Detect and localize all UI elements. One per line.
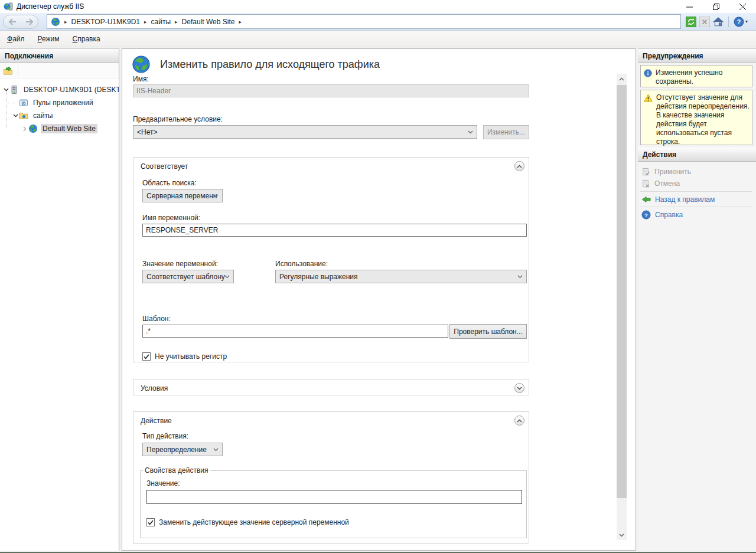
collapse-chevron-icon[interactable] xyxy=(12,114,19,117)
name-label: Имя: xyxy=(133,75,149,83)
page-globe-icon xyxy=(132,55,151,74)
scroll-up-button[interactable] xyxy=(617,74,627,84)
replace-value-checkbox[interactable] xyxy=(146,518,155,526)
tree-guide-line xyxy=(6,103,15,103)
pattern-input[interactable] xyxy=(142,325,448,338)
test-pattern-button[interactable]: Проверить шаблон... xyxy=(449,324,527,339)
tree-item-label: Пулы приложений xyxy=(31,98,95,107)
cancel-icon xyxy=(641,179,650,188)
replace-value-label: Заменить действующее значение серверной … xyxy=(159,518,349,526)
svg-text:?: ? xyxy=(737,18,741,25)
ignore-case-label: Не учитывать регистр xyxy=(155,352,227,361)
apply-action[interactable]: Применить xyxy=(641,166,691,177)
operation-value: Соответствует шаблону xyxy=(146,273,225,281)
expand-section-button[interactable] xyxy=(514,383,524,393)
conditions-section-title: Условия xyxy=(141,384,168,392)
server-icon xyxy=(9,85,19,94)
connections-panel-header: Подключения xyxy=(0,49,119,63)
action-value-input[interactable] xyxy=(146,490,522,504)
variable-name-input[interactable] xyxy=(142,224,527,237)
right-panel: Предупреждения Изменения успешно сохране… xyxy=(638,48,756,551)
tree-item-default-web-site[interactable]: Default Web Site xyxy=(0,122,119,135)
navigation-buttons xyxy=(3,15,38,29)
minimize-button[interactable] xyxy=(676,0,703,13)
page-title: Изменить правило для исходящего трафика xyxy=(160,58,380,71)
app-window: Диспетчер служб IIS ▸ xyxy=(0,0,756,553)
app-icon xyxy=(4,2,13,11)
edit-precondition-button[interactable]: Изменить... xyxy=(483,125,529,139)
breadcrumb-arrow-icon: ▸ xyxy=(175,19,178,25)
help-link[interactable]: ? Справка xyxy=(641,210,683,220)
match-section-title: Соответствует xyxy=(141,162,188,171)
tree-item-app-pools[interactable]: Пулы приложений xyxy=(0,96,119,109)
scope-label: Область поиска: xyxy=(142,179,197,187)
scroll-down-button[interactable] xyxy=(617,530,627,540)
connections-tree: DESKTOP-U1MK9D1 (DESKTOP Пулы приложений… xyxy=(0,78,119,135)
maximize-button[interactable] xyxy=(703,0,729,13)
operation-select[interactable]: Соответствует шаблону xyxy=(142,270,234,283)
ignore-case-checkbox[interactable] xyxy=(142,352,151,361)
tree-item-label: DESKTOP-U1MK9D1 (DESKTOP xyxy=(22,85,119,94)
toolbar-separator xyxy=(728,17,729,27)
tree-item-server[interactable]: DESKTOP-U1MK9D1 (DESKTOP xyxy=(0,83,119,96)
application-pools-icon xyxy=(19,98,29,107)
close-button[interactable] xyxy=(729,0,756,13)
using-select[interactable]: Регулярные выражения xyxy=(275,270,527,283)
save-connection-button[interactable] xyxy=(3,66,13,76)
stop-button[interactable] xyxy=(699,17,710,27)
collapse-section-button[interactable] xyxy=(514,415,524,426)
breadcrumb-arrow-icon: ▸ xyxy=(144,19,147,25)
window-title: Диспетчер служб IIS xyxy=(17,2,84,11)
operation-label: Значение переменной: xyxy=(142,260,218,268)
forward-button[interactable] xyxy=(25,18,34,25)
action-properties-title: Свойства действия xyxy=(143,466,210,475)
connections-toolbar xyxy=(0,63,119,78)
variable-name-label: Имя переменной: xyxy=(142,214,200,222)
scrollbar-thumb[interactable] xyxy=(617,85,627,498)
expand-chevron-icon[interactable] xyxy=(21,126,28,132)
warning-icon xyxy=(644,94,653,142)
help-dropdown-caret-icon: ▾ xyxy=(745,19,748,24)
home-button[interactable] xyxy=(713,17,724,27)
alert-text: Изменения успешно сохранены. xyxy=(656,68,750,84)
tree-item-label-selected: Default Web Site xyxy=(41,124,97,133)
toolbar-separator xyxy=(18,66,18,76)
alert-text: Отсутствует значение для действия переоп… xyxy=(656,93,750,142)
scope-select[interactable]: Серверная переменн xyxy=(142,189,223,202)
menu-item-file[interactable]: Файл xyxy=(7,35,25,43)
sites-folder-icon xyxy=(19,111,29,120)
help-icon: ? xyxy=(641,210,651,220)
breadcrumb-item-server[interactable]: DESKTOP-U1MK9D1 xyxy=(71,18,140,26)
precondition-label: Предварительное условие: xyxy=(133,115,223,123)
action-properties-group: Свойства действия Значение: Заменить дей… xyxy=(140,466,527,538)
name-input[interactable] xyxy=(133,84,529,97)
cancel-action[interactable]: Отмена xyxy=(641,178,680,189)
svg-text:?: ? xyxy=(644,212,648,218)
apply-icon xyxy=(641,168,650,176)
precondition-select[interactable]: <Нет> xyxy=(133,125,477,139)
menu-item-view[interactable]: Режим xyxy=(38,35,60,43)
breadcrumb-item-sites[interactable]: сайты xyxy=(151,18,171,26)
breadcrumb[interactable]: ▸ DESKTOP-U1MK9D1 ▸ сайты ▸ Default Web … xyxy=(47,14,681,29)
using-label: Использование: xyxy=(275,260,328,268)
refresh-button[interactable] xyxy=(686,17,696,27)
cancel-label: Отмена xyxy=(654,179,680,188)
menu-bar: Файл Режим Справка xyxy=(0,31,756,47)
collapse-chevron-icon[interactable] xyxy=(2,88,9,91)
breadcrumb-item-default-web-site[interactable]: Default Web Site xyxy=(182,18,235,26)
action-type-value: Переопределение xyxy=(146,446,207,454)
breadcrumb-arrow-icon: ▸ xyxy=(64,19,67,25)
help-button[interactable]: ? ▾ xyxy=(734,17,748,27)
tree-item-label: сайты xyxy=(31,111,55,120)
actions-panel-header: Действия xyxy=(638,148,756,162)
back-to-rules-link[interactable]: Назад к правилам xyxy=(641,194,715,205)
collapse-section-button[interactable] xyxy=(514,161,524,171)
menu-item-help[interactable]: Справка xyxy=(73,35,100,43)
scope-value: Серверная переменн xyxy=(146,192,217,200)
title-bar: Диспетчер служб IIS xyxy=(0,0,756,13)
conditions-section: Условия xyxy=(133,379,529,395)
back-button[interactable] xyxy=(8,18,17,25)
action-type-select[interactable]: Переопределение xyxy=(142,443,223,456)
tree-item-sites[interactable]: сайты xyxy=(0,109,119,122)
main-scrollbar[interactable] xyxy=(617,74,627,540)
